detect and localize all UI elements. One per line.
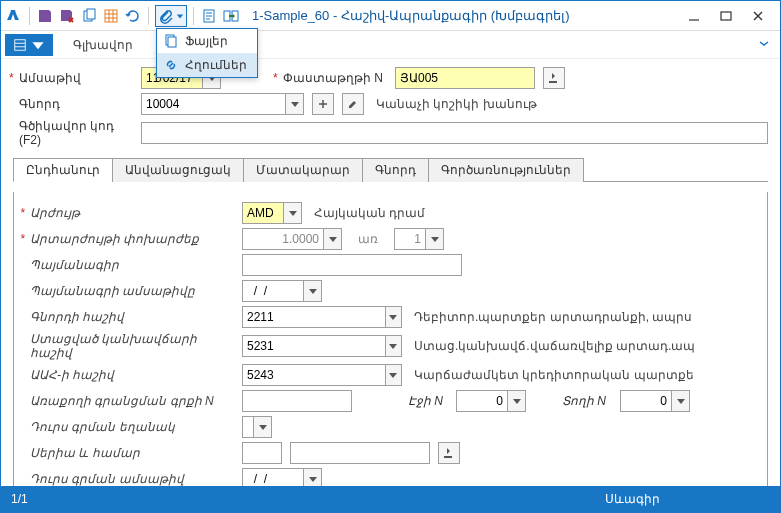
buyer-acc-label: Գնորդի հաշիվ (24, 310, 234, 324)
chevron-down-icon[interactable] (425, 229, 443, 249)
adv-acc-value[interactable] (243, 336, 385, 356)
buyer-acc-desc: Դեբիտոր.պարտքեր արտադրանքի, ապրս (414, 310, 692, 324)
form-area: Ամսաթիվ Փաստաթղթի N Գնորդ Կանաչի կոշիկի … (1, 59, 780, 486)
chevron-down-icon[interactable] (285, 94, 303, 114)
page-n-value[interactable] (457, 391, 507, 411)
separator (148, 7, 149, 25)
statusbar: 1/1 Սևագիր (1, 486, 780, 512)
export-date-value[interactable] (243, 469, 303, 486)
rate-label: Արտարժույթի փոխարժեք (24, 232, 234, 246)
attach-menu-files-label: Ֆայլեր (185, 34, 228, 48)
buyer-add-button[interactable] (312, 93, 334, 115)
minimize-button[interactable] (682, 4, 706, 28)
window-title: 1-Sample_60 - Հաշիվ-Ապրանքագիր (Խմբագրել… (252, 8, 569, 23)
export-mode-input[interactable] (243, 417, 253, 437)
currency-combo[interactable] (242, 202, 302, 224)
page-n-combo[interactable] (456, 390, 526, 412)
series-label: Սերիա և համար (24, 446, 234, 460)
vat-acc-value[interactable] (243, 365, 385, 385)
chevron-down-icon[interactable] (671, 391, 689, 411)
chevron-down-icon[interactable] (283, 203, 301, 223)
currency-label: Արժույթ (24, 206, 234, 220)
docnum-input[interactable] (395, 67, 535, 89)
view-menu-button[interactable] (5, 34, 53, 56)
save-icon[interactable] (36, 7, 54, 25)
contract-date-value[interactable] (243, 281, 303, 301)
transfer-icon[interactable] (222, 7, 240, 25)
attach-menu-files[interactable]: Ֆայլեր (157, 29, 257, 53)
row-n-combo[interactable] (620, 390, 690, 412)
export-mode-combo[interactable] (242, 416, 272, 438)
menubar: Գլխավոր լ (Նոր) (1, 31, 780, 59)
rate-value (243, 229, 323, 249)
chevron-down-icon[interactable] (385, 307, 401, 327)
series-lookup-button[interactable] (438, 442, 460, 464)
chevron-down-icon[interactable] (385, 365, 401, 385)
reg-book-label: Առաքողի գրանցման գրքի N (24, 394, 234, 408)
refresh-icon[interactable] (124, 7, 142, 25)
rate-per-combo[interactable] (394, 228, 444, 250)
menu-main[interactable]: Գլխավոր (71, 34, 135, 56)
titlebar: Ֆայլեր Հղումներ 1-Sample_60 - Հաշիվ-Ապրա… (1, 1, 780, 31)
maximize-button[interactable] (714, 4, 738, 28)
separator (29, 7, 30, 25)
save-close-icon[interactable] (58, 7, 76, 25)
svg-rect-9 (15, 39, 26, 50)
document-icon[interactable] (200, 7, 218, 25)
contract-date-combo[interactable] (242, 280, 322, 302)
tab-items[interactable]: Անվանացուցակ (112, 158, 244, 182)
close-button[interactable] (746, 4, 770, 28)
series-input-1[interactable] (242, 442, 282, 464)
page-n-label: Էջի N (408, 394, 448, 408)
docnum-lookup-button[interactable] (543, 67, 565, 89)
series-input-2[interactable] (290, 442, 430, 464)
contract-date-label: Պայմանագրի ամսաթիվը (24, 284, 234, 298)
chevron-down-icon[interactable] (303, 469, 321, 486)
tab-operations[interactable]: Գործառնություններ (428, 158, 584, 182)
svg-rect-2 (105, 10, 117, 22)
export-date-combo[interactable] (242, 468, 322, 486)
chevron-down-icon[interactable] (385, 336, 401, 356)
rate-combo[interactable] (242, 228, 342, 250)
tab-buyer[interactable]: Գնորդ (362, 158, 429, 182)
attach-menu-links-label: Հղումներ (185, 58, 247, 72)
vat-acc-label: ԱԱՀ-ի հաշիվ (24, 368, 234, 382)
buyer-combo[interactable] (141, 93, 304, 115)
menu-expand-icon[interactable] (752, 35, 776, 54)
buyer-edit-button[interactable] (342, 93, 364, 115)
reg-book-input[interactable] (242, 390, 352, 412)
tab-supplier[interactable]: Մատակարար (243, 158, 363, 182)
chevron-down-icon[interactable] (303, 281, 321, 301)
svg-rect-8 (721, 12, 731, 20)
rate-mid: առ (358, 232, 378, 246)
contract-input[interactable] (242, 254, 462, 276)
attach-menu-links[interactable]: Հղումներ (157, 53, 257, 77)
adv-acc-combo[interactable] (242, 335, 402, 357)
chevron-down-icon[interactable] (507, 391, 525, 411)
grid-icon[interactable] (102, 7, 120, 25)
date-label: Ամսաթիվ (13, 71, 133, 85)
chevron-down-icon[interactable] (323, 229, 341, 249)
rate-per (395, 229, 425, 249)
attach-dropdown[interactable]: Ֆայլեր Հղումներ (155, 5, 187, 27)
buyer-acc-value[interactable] (243, 307, 385, 327)
docnum-label: Փաստաթղթի N (277, 71, 387, 85)
export-date-label: Դուրս գրման ամսաթիվ (24, 472, 234, 486)
svg-rect-1 (87, 9, 95, 19)
tab-content-general: Արժույթ Հայկական դրամ Արտարժույթի փոխարժ… (13, 192, 768, 486)
chevron-down-icon[interactable] (253, 417, 271, 437)
row-n-value[interactable] (621, 391, 671, 411)
partner-code-input[interactable] (141, 122, 768, 144)
status-left: 1/1 (11, 492, 28, 506)
buyer-desc: Կանաչի կոշիկի խանութ (376, 97, 537, 111)
buyer-value[interactable] (142, 94, 285, 114)
vat-acc-combo[interactable] (242, 364, 402, 386)
copy-icon[interactable] (80, 7, 98, 25)
currency-value[interactable] (243, 203, 283, 223)
tab-general[interactable]: Ընդհանուր (13, 158, 113, 182)
buyer-acc-combo[interactable] (242, 306, 402, 328)
svg-rect-4 (168, 37, 176, 47)
currency-desc: Հայկական դրամ (314, 206, 425, 220)
attach-menu: Ֆայլեր Հղումներ (156, 28, 258, 78)
partner-code-label: Գծիկավոր կոդ (F2) (13, 119, 133, 147)
